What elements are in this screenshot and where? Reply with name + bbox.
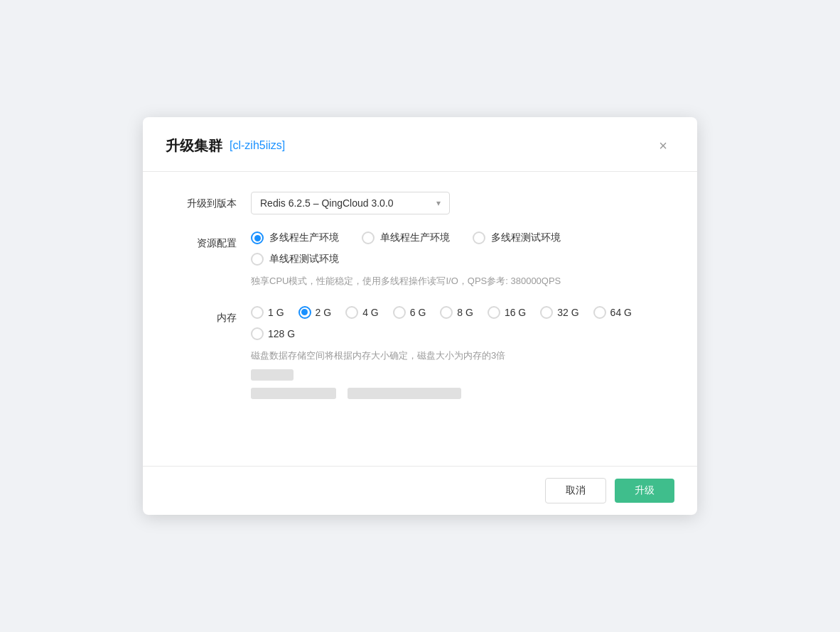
memory-label-32g: 32 G — [557, 307, 578, 318]
dialog-body: 升级到版本 Redis 6.2.5 – QingCloud 3.0.0 ▾ 资源… — [143, 172, 697, 466]
memory-label-8g: 8 G — [457, 307, 473, 318]
radio-64g — [593, 306, 606, 319]
blurred-item-2 — [348, 388, 461, 399]
version-label: 升级到版本 — [166, 192, 237, 210]
memory-content: 1 G 2 G 4 G 6 G — [251, 306, 674, 399]
resource-label-multi-prod: 多线程生产环境 — [269, 231, 339, 244]
memory-label-6g: 6 G — [410, 307, 426, 318]
radio-6g — [393, 306, 406, 319]
radio-128g — [251, 327, 264, 340]
memory-label-16g: 16 G — [505, 307, 526, 318]
memory-label-1g: 1 G — [268, 307, 284, 318]
radio-single-test — [251, 253, 264, 266]
memory-option-4g[interactable]: 4 G — [345, 306, 379, 319]
memory-option-32g[interactable]: 32 G — [540, 306, 578, 319]
radio-32g — [540, 306, 553, 319]
resource-hint: 独享CPU模式，性能稳定，使用多线程操作读写I/O，QPS参考: 380000Q… — [251, 274, 674, 289]
resource-label-single-test: 单线程测试环境 — [269, 253, 339, 266]
resource-label-multi-test: 多线程测试环境 — [491, 231, 561, 244]
memory-label: 内存 — [166, 306, 237, 325]
radio-multi-test — [473, 231, 485, 244]
radio-4g — [345, 306, 358, 319]
blurred-item-1 — [251, 388, 336, 399]
memory-radio-group: 1 G 2 G 4 G 6 G — [251, 306, 674, 340]
resource-option-single-prod[interactable]: 单线程生产环境 — [362, 231, 450, 244]
version-row: 升级到版本 Redis 6.2.5 – QingCloud 3.0.0 ▾ — [166, 192, 674, 214]
radio-single-prod — [362, 231, 375, 244]
resource-option-single-test[interactable]: 单线程测试环境 — [251, 253, 674, 266]
memory-label-2g: 2 G — [316, 307, 332, 318]
resource-content: 多线程生产环境 单线程生产环境 多线程测试环境 单线程测试环境 — [251, 231, 674, 289]
memory-option-8g[interactable]: 8 G — [440, 306, 473, 319]
blurred-section — [251, 369, 674, 399]
memory-label-128g: 128 G — [268, 328, 295, 339]
upgrade-cluster-dialog: 升级集群 [cl-zih5iizs] × 升级到版本 Redis 6.2.5 –… — [143, 117, 697, 515]
dropdown-arrow-icon: ▾ — [436, 198, 441, 208]
dialog-title-main: 升级集群 — [166, 136, 222, 156]
dialog-footer: 取消 升级 — [143, 466, 697, 515]
memory-option-16g[interactable]: 16 G — [488, 306, 526, 319]
memory-option-128g[interactable]: 128 G — [251, 327, 674, 340]
radio-2g — [298, 306, 311, 319]
resource-label: 资源配置 — [166, 231, 237, 250]
memory-option-2g[interactable]: 2 G — [298, 306, 332, 319]
resource-option-multi-prod[interactable]: 多线程生产环境 — [251, 231, 339, 244]
memory-row: 内存 1 G 2 G 4 G — [166, 306, 674, 399]
resource-label-single-prod: 单线程生产环境 — [380, 231, 450, 244]
memory-option-1g[interactable]: 1 G — [251, 306, 284, 319]
memory-hint: 磁盘数据存储空间将根据内存大小确定，磁盘大小为内存的3倍 — [251, 349, 674, 364]
version-content: Redis 6.2.5 – QingCloud 3.0.0 ▾ — [251, 192, 674, 214]
dialog-title: 升级集群 [cl-zih5iizs] — [166, 136, 285, 156]
version-select-text: Redis 6.2.5 – QingCloud 3.0.0 — [260, 197, 436, 209]
radio-16g — [488, 306, 500, 319]
confirm-button[interactable]: 升级 — [615, 479, 674, 503]
memory-option-6g[interactable]: 6 G — [393, 306, 426, 319]
cancel-button[interactable]: 取消 — [545, 478, 606, 503]
blurred-label — [251, 369, 294, 381]
close-button[interactable]: × — [652, 134, 674, 157]
dialog-header: 升级集群 [cl-zih5iizs] × — [143, 117, 697, 172]
resource-radio-group: 多线程生产环境 单线程生产环境 多线程测试环境 单线程测试环境 — [251, 231, 674, 266]
radio-multi-prod — [251, 231, 264, 244]
blurred-row — [251, 388, 674, 399]
resource-option-multi-test[interactable]: 多线程测试环境 — [473, 231, 561, 244]
version-select[interactable]: Redis 6.2.5 – QingCloud 3.0.0 ▾ — [251, 192, 450, 214]
radio-1g — [251, 306, 264, 319]
cluster-id: [cl-zih5iizs] — [230, 139, 285, 152]
memory-label-64g: 64 G — [610, 307, 632, 318]
resource-row: 资源配置 多线程生产环境 单线程生产环境 多线程测试环境 — [166, 231, 674, 289]
radio-8g — [440, 306, 453, 319]
memory-option-64g[interactable]: 64 G — [593, 306, 632, 319]
memory-label-4g: 4 G — [362, 307, 379, 318]
